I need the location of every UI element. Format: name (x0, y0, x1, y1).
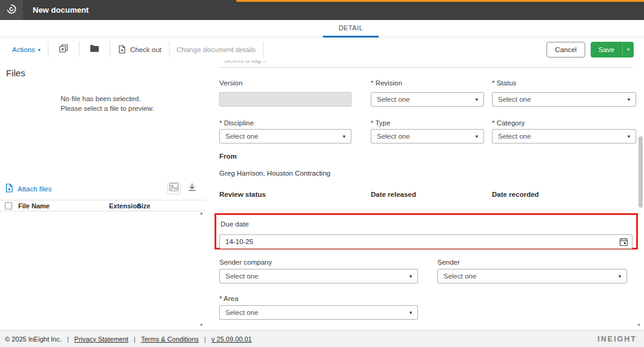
toolbar-separator (169, 42, 170, 57)
type-label: * Type (371, 119, 390, 127)
files-empty-line2: Please select a file to preview. (61, 104, 154, 113)
download-button[interactable] (185, 182, 199, 194)
document-detail-form: Select a tag... Version * Revision Selec… (213, 61, 644, 330)
revision-select-value: Select one (371, 96, 470, 103)
type-select-value: Select one (371, 133, 470, 140)
files-scroll-down-arrow[interactable]: ▼ (199, 323, 204, 327)
attach-files-label: Attach files (18, 185, 51, 193)
chevron-down-icon: ▼ (337, 134, 351, 139)
area-label: * Area (219, 295, 238, 302)
from-label: From (219, 153, 237, 160)
copyright-text: © 2025 InEight Inc. (5, 335, 62, 343)
check-out-button[interactable]: Check out (118, 45, 162, 55)
save-dropdown-button[interactable]: ▾ (622, 42, 634, 58)
tag-input-clipped: Select a tag... (219, 61, 633, 68)
revision-select[interactable]: Select one ▼ (371, 92, 484, 107)
folder-button[interactable] (87, 42, 102, 57)
type-select[interactable]: Select one ▼ (371, 129, 484, 144)
discipline-select-value: Select one (220, 133, 337, 140)
app-logo[interactable] (0, 0, 23, 20)
form-scrollbar-thumb[interactable] (639, 136, 643, 208)
version-label: Version (219, 79, 242, 87)
revision-label: * Revision (371, 79, 402, 87)
ineight-logo-icon (5, 3, 18, 18)
chevron-down-icon: ▼ (404, 274, 417, 279)
app-window: New document DETAIL Actions ▾ (0, 0, 644, 347)
save-button[interactable]: Save (591, 42, 622, 58)
footer-separator: | (204, 335, 206, 343)
actions-label: Actions (12, 46, 35, 53)
calendar-icon[interactable] (615, 237, 632, 246)
date-released-label: Date released (371, 191, 416, 198)
image-preview-icon (169, 183, 179, 194)
sender-company-select[interactable]: Select one ▼ (219, 269, 418, 283)
terms-conditions-link[interactable]: Terms & Conditions (141, 335, 199, 343)
sender-select-value: Select one (438, 273, 613, 280)
toolbar: Actions ▾ (0, 38, 644, 62)
column-header-size[interactable]: Size (137, 200, 150, 212)
sender-label: Sender (437, 259, 460, 266)
from-value: Greg Harrison, Houston Contracting (219, 170, 330, 177)
due-date-label: Due date (221, 220, 249, 228)
form-scroll-down-arrow[interactable]: ▼ (637, 323, 641, 327)
version-link[interactable]: v 25.09.00.01 (211, 335, 252, 343)
column-header-file-name[interactable]: File Name (18, 200, 50, 212)
category-select-value: Select one (493, 133, 622, 140)
orange-accent-strip (236, 0, 644, 2)
files-panel-title: Files (6, 68, 25, 78)
chevron-down-icon: ▼ (622, 97, 636, 102)
toolbar-separator (79, 42, 79, 57)
chevron-down-icon: ▾ (627, 47, 629, 52)
toolbar-separator (110, 42, 110, 57)
version-input (219, 92, 351, 107)
sender-company-label: Sender company (219, 259, 272, 266)
files-scroll-up-arrow[interactable]: ▲ (199, 211, 204, 215)
copy-document-button[interactable] (56, 42, 71, 57)
sender-select[interactable]: Select one ▼ (437, 269, 627, 283)
chevron-down-icon: ▼ (613, 274, 626, 279)
top-bar: New document (0, 0, 644, 20)
date-recorded-label: Date recorded (492, 191, 539, 198)
save-split-button: Save ▾ (591, 42, 634, 58)
select-all-checkbox[interactable] (5, 202, 12, 210)
chevron-down-icon: ▼ (470, 97, 483, 102)
category-label: * Category (492, 119, 525, 127)
chevron-down-icon: ▾ (38, 47, 41, 53)
footer: © 2025 InEight Inc. | Privacy Statement … (0, 330, 644, 347)
ineight-wordmark: INEIGHT (597, 331, 637, 347)
tab-detail[interactable]: DETAIL (323, 20, 379, 38)
area-select[interactable]: Select one ▼ (219, 305, 418, 320)
page-title: New document (33, 0, 88, 20)
sender-company-select-value: Select one (220, 273, 404, 280)
download-icon (188, 183, 196, 194)
copy-document-icon (59, 44, 68, 56)
preview-file-button[interactable] (167, 182, 181, 194)
check-out-label: Check out (130, 46, 162, 53)
due-date-input[interactable]: 14-10-25 (219, 234, 632, 249)
status-select[interactable]: Select one ▼ (492, 92, 636, 107)
chevron-down-icon: ▼ (470, 134, 483, 139)
actions-button[interactable]: Actions ▾ (12, 46, 41, 53)
toolbar-separator (48, 42, 48, 57)
file-table-header: File Name Extension Size (0, 200, 206, 211)
folder-icon (90, 44, 99, 55)
footer-separator: | (67, 335, 69, 343)
status-label: * Status (492, 79, 516, 87)
chevron-down-icon: ▼ (622, 134, 636, 139)
files-empty-message: No file has been selected. Please select… (61, 94, 154, 113)
column-header-extension[interactable]: Extension (109, 200, 141, 212)
files-empty-line1: No file has been selected. (61, 94, 154, 104)
review-status-label: Review status (219, 191, 266, 198)
attach-files-icon (5, 183, 14, 194)
due-date-value: 14-10-25 (220, 238, 615, 245)
tag-select-input[interactable]: Select a tag... (219, 61, 633, 68)
status-select-value: Select one (493, 96, 622, 103)
attach-files-button[interactable]: Attach files (5, 183, 51, 194)
discipline-select[interactable]: Select one ▼ (219, 129, 351, 144)
footer-separator: | (134, 335, 136, 343)
area-select-value: Select one (220, 309, 404, 316)
change-document-details-button[interactable]: Change document details (177, 46, 256, 53)
privacy-statement-link[interactable]: Privacy Statement (75, 335, 128, 343)
category-select[interactable]: Select one ▼ (492, 129, 636, 144)
cancel-button[interactable]: Cancel (546, 42, 585, 58)
